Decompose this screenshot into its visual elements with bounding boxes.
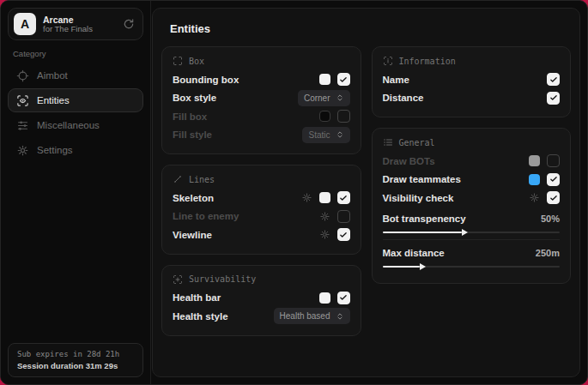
brand-subtitle: for The Finals — [43, 25, 116, 34]
color-swatch[interactable] — [319, 111, 330, 122]
row-settings-gear-icon[interactable] — [529, 192, 540, 203]
app-window: A Arcane for The Finals Category AimbotE… — [0, 0, 588, 385]
page-title: Entities — [170, 22, 571, 35]
sidebar-item-miscellaneous[interactable]: Miscellaneous — [8, 113, 143, 137]
section-title: Lines — [189, 175, 215, 184]
diagonal-line-icon — [173, 174, 183, 184]
setting-label: Visibility check — [383, 193, 454, 203]
subscription-card: Sub expires in 28d 21h Session duration … — [8, 343, 143, 377]
sidebar: A Arcane for The Finals Category AimbotE… — [1, 1, 151, 384]
check-icon — [339, 194, 348, 202]
crosshair-icon — [16, 69, 29, 82]
section-card-general: GeneralDraw BOTsDraw teammatesVisibility… — [372, 128, 572, 284]
check-icon — [339, 231, 348, 239]
box-corners-icon — [173, 56, 183, 66]
select-box-style[interactable]: Corner — [298, 90, 350, 106]
brand-text: Arcane for The Finals — [43, 15, 116, 34]
setting-row-line-to-enemy: Line to enemy — [173, 208, 350, 226]
checkbox[interactable] — [337, 110, 350, 123]
row-controls — [319, 73, 350, 86]
divider — [383, 239, 561, 240]
row-controls — [319, 210, 350, 223]
checkbox[interactable] — [547, 73, 560, 86]
row-settings-gear-icon[interactable] — [319, 211, 330, 222]
setting-row-name: Name — [383, 70, 561, 89]
settings-columns: BoxBounding boxBox styleCornerFill boxFi… — [161, 46, 571, 336]
slider-group-max-distance: Max distance250m — [383, 245, 561, 268]
app-logo: A — [14, 13, 36, 35]
checkbox[interactable] — [547, 92, 560, 105]
setting-label: Skeleton — [173, 193, 214, 203]
checkbox[interactable] — [337, 191, 350, 204]
scan-eye-icon — [16, 94, 29, 107]
sync-settings-button[interactable] — [123, 18, 135, 30]
setting-label: Line to enemy — [173, 211, 239, 221]
gear-icon — [529, 192, 540, 203]
color-swatch[interactable] — [319, 74, 330, 85]
row-controls — [529, 173, 560, 186]
row-controls: Corner — [298, 90, 350, 106]
sliders-icon — [16, 119, 29, 132]
checkbox[interactable] — [547, 154, 560, 167]
color-swatch[interactable] — [529, 155, 540, 166]
setting-row-box-style: Box styleCorner — [173, 89, 350, 108]
scan-cross-icon — [173, 274, 183, 285]
check-icon — [549, 93, 558, 102]
setting-row-bounding-box: Bounding box — [173, 70, 350, 89]
checkbox[interactable] — [337, 228, 350, 241]
row-controls: Health based — [274, 308, 350, 324]
slider-thumb[interactable] — [420, 263, 426, 270]
unfold-icon — [336, 130, 344, 139]
section-title: Information — [399, 57, 456, 66]
slider-label: Bot transpenency — [383, 214, 466, 224]
section-card-survivability: SurvivabilityHealth barHealth styleHealt… — [161, 265, 361, 336]
slider-value: 250m — [536, 248, 560, 258]
sidebar-item-label: Miscellaneous — [37, 120, 100, 130]
section-header: Information — [383, 56, 561, 66]
checkbox[interactable] — [547, 191, 560, 204]
unfold-icon — [336, 312, 344, 321]
checkbox[interactable] — [547, 173, 560, 186]
setting-label: Draw teammates — [383, 174, 461, 184]
slider-bot-transpenency[interactable] — [383, 232, 561, 233]
section-title: Survivability — [189, 274, 256, 284]
sidebar-item-entities[interactable]: Entities — [8, 88, 143, 112]
setting-row-draw-bots: Draw BOTs — [383, 152, 561, 171]
setting-row-visibility-check: Visibility check — [383, 189, 561, 208]
setting-label: Fill box — [173, 111, 207, 122]
section-header: Box — [173, 56, 350, 66]
color-swatch[interactable] — [529, 174, 540, 185]
setting-label: Name — [383, 75, 409, 85]
setting-row-health-bar: Health bar — [173, 289, 350, 308]
row-controls — [319, 228, 350, 241]
row-controls — [547, 73, 560, 86]
section-title: Box — [189, 57, 204, 66]
sidebar-item-label: Settings — [37, 145, 73, 155]
setting-label: Box style — [173, 93, 216, 103]
setting-row-distance: Distance — [383, 89, 561, 108]
gear-icon — [319, 229, 330, 240]
setting-row-fill-box: Fill box — [173, 107, 350, 126]
row-settings-gear-icon[interactable] — [301, 192, 312, 203]
setting-label: Bounding box — [173, 75, 239, 85]
select-value: Static — [308, 130, 330, 140]
brand-title: Arcane — [43, 15, 116, 25]
section-header: Survivability — [173, 274, 350, 285]
checkbox[interactable] — [337, 73, 350, 86]
slider-group-bot-transpenency: Bot transpenency50% — [383, 211, 561, 233]
color-swatch[interactable] — [319, 192, 330, 203]
color-swatch[interactable] — [319, 292, 330, 304]
select-value: Health based — [280, 311, 330, 321]
setting-label: Health bar — [173, 292, 221, 303]
slider-thumb[interactable] — [462, 229, 468, 236]
select-health-style[interactable]: Health based — [274, 308, 350, 324]
row-settings-gear-icon[interactable] — [319, 229, 330, 240]
list-icon — [383, 137, 393, 147]
checkbox[interactable] — [337, 292, 350, 304]
setting-label: Draw BOTs — [383, 156, 435, 166]
slider-max-distance[interactable] — [383, 266, 561, 268]
checkbox[interactable] — [337, 210, 350, 223]
sidebar-item-settings[interactable]: Settings — [8, 138, 143, 162]
sidebar-item-aimbot[interactable]: Aimbot — [8, 63, 143, 87]
select-fill-style[interactable]: Static — [302, 127, 349, 143]
